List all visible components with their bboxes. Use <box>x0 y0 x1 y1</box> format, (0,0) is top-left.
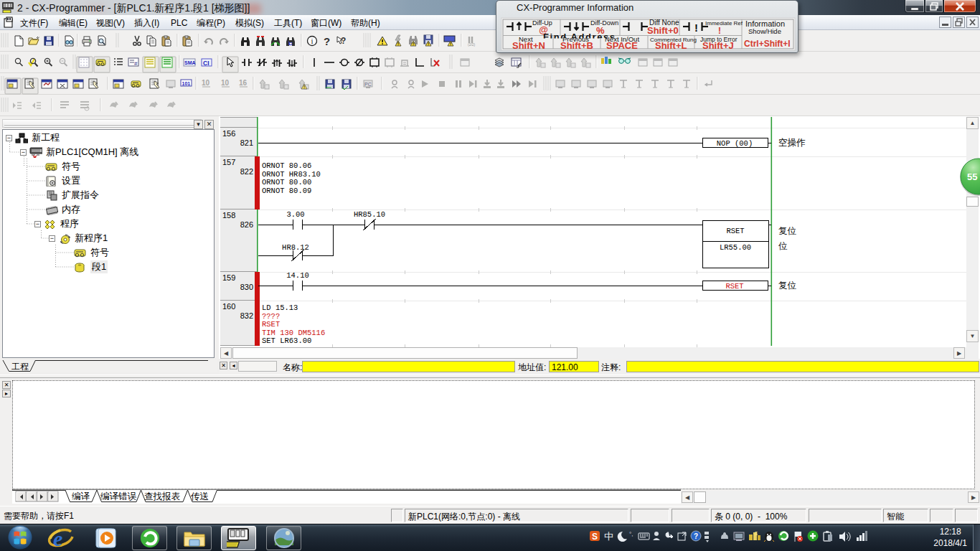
svg-text:!: ! <box>718 26 721 36</box>
svg-text:HR85.10: HR85.10 <box>354 210 385 219</box>
svg-text:Show/Hide: Show/Hide <box>748 27 781 35</box>
svg-text:RSET: RSET <box>725 282 743 291</box>
svg-text:SPACE: SPACE <box>606 40 638 51</box>
svg-text:Immediate Ref: Immediate Ref <box>705 20 743 27</box>
svg-text:ORNOT HR83.10: ORNOT HR83.10 <box>262 170 321 179</box>
svg-text:LR55.00: LR55.00 <box>720 243 751 252</box>
svg-text:ORNOT 80.00: ORNOT 80.00 <box>262 178 311 187</box>
svg-text:空操作: 空操作 <box>778 138 806 148</box>
svg-text:传送: 传送 <box>191 491 209 501</box>
svg-text:ORNOT 80.09: ORNOT 80.09 <box>262 187 311 195</box>
svg-text:°,: °, <box>629 531 633 537</box>
svg-text:LD 15.13: LD 15.13 <box>262 303 298 312</box>
svg-text:查找报表: 查找报表 <box>144 491 181 501</box>
svg-text:RSET: RSET <box>262 320 280 329</box>
svg-text:ORNOT 80.06: ORNOT 80.06 <box>262 161 311 170</box>
svg-text:!: ! <box>694 22 698 34</box>
svg-text:中: 中 <box>604 531 613 542</box>
svg-text:Shift+B: Shift+B <box>560 40 593 51</box>
svg-text:101: 101 <box>182 81 191 86</box>
svg-text:RSET: RSET <box>726 227 744 235</box>
svg-text:Shift+L: Shift+L <box>655 40 687 51</box>
svg-text:HR8.12: HR8.12 <box>282 243 309 252</box>
svg-text:?: ? <box>694 532 698 540</box>
svg-text:编译: 编译 <box>72 491 90 501</box>
svg-text:Shift+0: Shift+0 <box>647 25 679 36</box>
svg-text:3.00: 3.00 <box>286 210 304 219</box>
svg-text:Shift+N: Shift+N <box>512 40 545 51</box>
svg-text:复位: 复位 <box>778 281 797 291</box>
svg-text:SET LR63.00: SET LR63.00 <box>262 336 311 345</box>
svg-text:S: S <box>592 532 598 542</box>
svg-text:TIM 130 DM5116: TIM 130 DM5116 <box>262 329 325 337</box>
svg-text:复位: 复位 <box>778 226 797 236</box>
svg-text:编译错误: 编译错误 <box>100 491 137 501</box>
svg-text:PC: PC <box>364 82 372 87</box>
svg-text:Shift+J: Shift+J <box>702 40 734 51</box>
svg-text:14.10: 14.10 <box>286 271 309 280</box>
svg-text:Ctrl+Shift+I: Ctrl+Shift+I <box>744 39 791 49</box>
svg-text:工程: 工程 <box>11 362 29 372</box>
svg-text:$: $ <box>755 531 758 536</box>
svg-text:NOP (00): NOP (00) <box>717 139 753 148</box>
svg-text:????: ???? <box>262 312 280 321</box>
svg-text:55: 55 <box>967 171 977 182</box>
svg-text:位: 位 <box>778 241 788 251</box>
svg-text:Diff-Down: Diff-Down <box>590 19 618 27</box>
